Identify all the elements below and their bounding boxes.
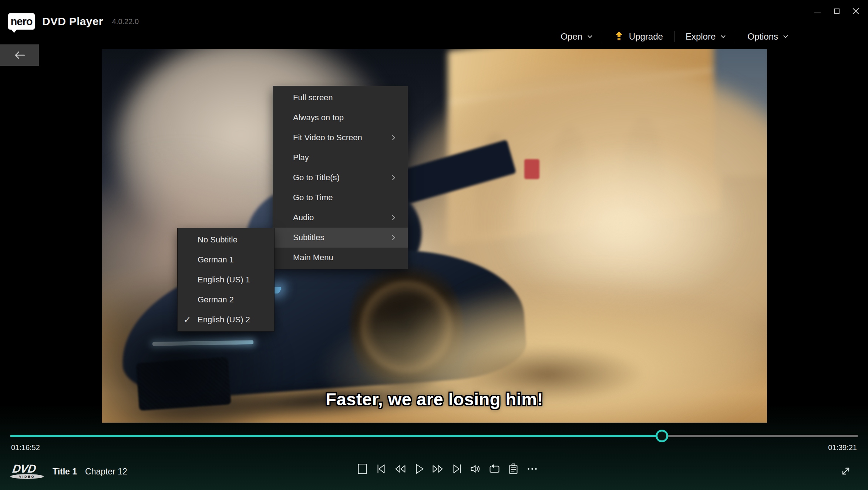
submenu-item-german-2[interactable]: German 2 <box>178 290 274 310</box>
back-button[interactable] <box>0 44 39 66</box>
submenu-arrow-icon <box>390 215 395 220</box>
submenu-arrow-icon <box>390 135 395 140</box>
minimize-icon <box>814 13 821 13</box>
play-icon <box>413 462 426 476</box>
menu-item-go-to-titles[interactable]: Go to Title(s) <box>273 168 408 188</box>
volume-icon <box>469 462 482 476</box>
total-duration: 01:39:21 <box>828 443 857 452</box>
context-menu: Full screen Always on top Fit Video to S… <box>273 86 408 269</box>
submenu-item-label: English (US) 2 <box>198 310 269 330</box>
fast-forward-button[interactable] <box>431 462 445 476</box>
submenu-arrow-icon <box>390 175 395 180</box>
submenu-item-label: German 1 <box>198 250 269 270</box>
next-chapter-icon <box>450 462 464 476</box>
expand-arrows-icon <box>839 464 852 478</box>
repeat-button[interactable] <box>487 462 502 476</box>
upgrade-button[interactable]: Upgrade <box>603 31 674 43</box>
previous-chapter-button[interactable] <box>374 462 389 476</box>
menu-item-audio[interactable]: Audio <box>273 208 408 228</box>
dvd-player-window: nero DVD Player 4.0.22.0 Open Upgrade <box>0 0 868 490</box>
nero-logo-text: nero <box>11 16 33 28</box>
subtitle-text: Faster, we are losing him! <box>102 389 767 409</box>
chapter-label: Chapter 12 <box>85 467 127 477</box>
submenu-item-label: German 2 <box>198 290 269 310</box>
rewind-icon <box>394 462 407 476</box>
menu-item-label: Fit Video to Screen <box>293 128 391 148</box>
explore-menu-button[interactable]: Explore <box>674 31 736 42</box>
seek-bar-handle[interactable] <box>656 430 668 442</box>
menu-item-label: Go to Title(s) <box>293 168 391 188</box>
submenu-arrow-icon <box>390 235 395 240</box>
back-arrow-icon <box>13 50 26 60</box>
seek-bar-fill <box>10 435 662 437</box>
transport-controls <box>355 462 540 476</box>
menu-item-label: Full screen <box>293 88 397 108</box>
upgrade-arrow-icon <box>614 31 624 43</box>
more-options-button[interactable] <box>525 462 540 476</box>
scene-red-sign <box>524 159 539 179</box>
menu-item-label: Main Menu <box>293 248 397 268</box>
menu-item-always-on-top[interactable]: Always on top <box>273 108 408 128</box>
maximize-icon <box>834 9 840 14</box>
chevron-down-icon <box>588 33 592 38</box>
options-label: Options <box>747 31 778 42</box>
dvd-logo-video-text: VIDEO <box>10 474 44 479</box>
menu-item-label: Go to Time <box>293 188 397 208</box>
app-version: 4.0.22.0 <box>112 17 139 26</box>
elapsed-time: 01:16:52 <box>11 443 40 452</box>
chevron-down-icon <box>721 33 726 38</box>
submenu-item-label: No Subtitle <box>198 230 269 250</box>
close-button[interactable] <box>848 4 864 19</box>
menu-item-full-screen[interactable]: Full screen <box>273 88 408 108</box>
checkmark-icon: ✓ <box>184 310 191 330</box>
repeat-icon <box>488 462 501 476</box>
stop-icon <box>356 462 369 476</box>
upgrade-label: Upgrade <box>629 31 663 42</box>
submenu-item-english-us-2[interactable]: ✓ English (US) 2 <box>178 310 274 330</box>
fullscreen-button[interactable] <box>838 464 853 479</box>
volume-button[interactable] <box>468 462 483 476</box>
next-chapter-button[interactable] <box>450 462 464 476</box>
menu-item-label: Always on top <box>293 108 397 128</box>
playlist-icon <box>507 462 520 476</box>
menu-item-label: Subtitles <box>293 228 391 248</box>
nero-logo: nero <box>8 13 35 30</box>
menu-item-label: Play <box>293 148 397 168</box>
dvd-video-logo: DVD VIDEO <box>10 463 44 480</box>
stop-button[interactable] <box>355 462 370 476</box>
playlist-button[interactable] <box>506 462 521 476</box>
submenu-item-german-1[interactable]: German 1 <box>178 250 274 270</box>
title-label: Title 1 <box>53 467 77 477</box>
maximize-button[interactable] <box>828 4 845 19</box>
open-menu-button[interactable]: Open <box>549 31 603 42</box>
menu-item-fit-video-to-screen[interactable]: Fit Video to Screen <box>273 128 408 148</box>
more-options-icon <box>526 462 539 476</box>
open-label: Open <box>561 31 582 42</box>
chevron-down-icon <box>783 33 788 38</box>
disc-status: DVD VIDEO Title 1 Chapter 12 <box>10 462 127 481</box>
app-title: DVD Player <box>42 15 103 28</box>
menu-item-play[interactable]: Play <box>273 148 408 168</box>
minimize-button[interactable] <box>809 4 825 19</box>
submenu-item-english-us-1[interactable]: English (US) 1 <box>178 270 274 290</box>
play-button[interactable] <box>412 462 427 476</box>
titlebar-menubar: Open Upgrade Explore Options <box>549 27 798 46</box>
menu-item-go-to-time[interactable]: Go to Time <box>273 188 408 208</box>
nero-logo-tail <box>11 29 17 33</box>
explore-label: Explore <box>686 31 716 42</box>
rewind-button[interactable] <box>393 462 408 476</box>
submenu-item-label: English (US) 1 <box>198 270 269 290</box>
close-icon <box>852 8 859 14</box>
menu-item-subtitles[interactable]: Subtitles <box>273 228 408 248</box>
options-menu-button[interactable]: Options <box>736 31 798 42</box>
submenu-item-no-subtitle[interactable]: No Subtitle <box>178 230 274 250</box>
titlebar-brand: nero DVD Player 4.0.22.0 <box>8 13 139 30</box>
dvd-logo-text: DVD <box>11 462 37 476</box>
subtitles-submenu: No Subtitle German 1 English (US) 1 Germ… <box>177 228 275 332</box>
previous-chapter-icon <box>375 462 388 476</box>
menu-item-label: Audio <box>293 208 391 228</box>
fast-forward-icon <box>431 462 445 476</box>
menu-item-main-menu[interactable]: Main Menu <box>273 248 408 268</box>
seek-bar[interactable] <box>10 435 858 437</box>
window-controls <box>809 4 864 19</box>
